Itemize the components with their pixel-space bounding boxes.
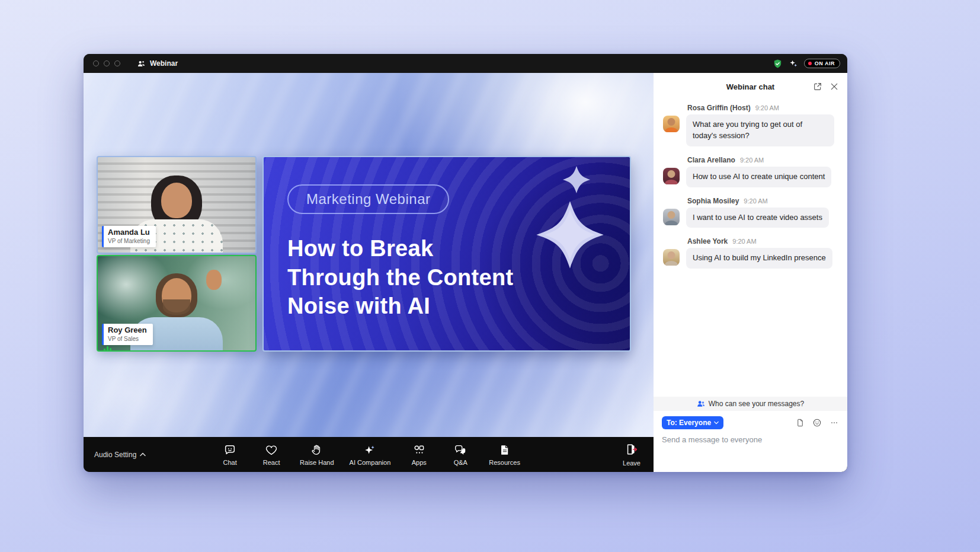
chat-icon xyxy=(223,443,236,457)
audio-setting-label: Audio Setting xyxy=(94,451,136,459)
window-minimize-button[interactable] xyxy=(104,60,110,66)
message-author: Clara Arellano xyxy=(687,156,735,164)
webinar-icon xyxy=(137,59,146,68)
qa-icon xyxy=(454,443,467,457)
privacy-note-label: Who can see your messages? xyxy=(709,400,804,408)
message-time: 9:20 AM xyxy=(744,197,767,205)
chat-message: Clara Arellano 9:20 AM How to use AI to … xyxy=(663,156,838,187)
apps-button[interactable]: Apps xyxy=(406,443,432,466)
chat-header: Webinar chat xyxy=(654,73,847,100)
message-bubble: Using AI to build my LinkedIn presence xyxy=(686,248,832,269)
shared-slide: Marketing Webinar How to Break Through t… xyxy=(262,156,631,352)
chat-message: Rosa Griffin (Host) 9:20 AM What are you… xyxy=(663,104,838,146)
on-air-label: ON AIR xyxy=(815,60,835,66)
chat-message: Ashlee York 9:20 AM Using AI to build my… xyxy=(663,237,838,269)
resources-button-label: Resources xyxy=(489,459,520,466)
more-options-icon[interactable] xyxy=(830,418,839,427)
to-everyone-label: To: Everyone xyxy=(667,419,711,427)
avatar xyxy=(663,209,680,225)
window-controls[interactable] xyxy=(93,60,120,66)
participant-role: VP of Marketing xyxy=(108,238,150,244)
chat-button-label: Chat xyxy=(223,459,236,466)
chevron-down-icon xyxy=(714,421,719,425)
security-shield-icon[interactable] xyxy=(773,59,783,69)
leave-icon xyxy=(625,443,638,457)
audio-setting-button[interactable]: Audio Setting xyxy=(94,451,146,459)
ai-companion-titlebar-icon[interactable] xyxy=(789,59,798,68)
message-privacy-note[interactable]: Who can see your messages? xyxy=(654,397,847,411)
message-time: 9:20 AM xyxy=(740,157,764,164)
chat-message-list[interactable]: Rosa Griffin (Host) 9:20 AM What are you… xyxy=(654,100,847,397)
people-icon xyxy=(697,400,705,407)
avatar xyxy=(663,116,680,132)
webinar-app-window: Webinar ON AIR xyxy=(84,54,847,472)
ai-companion-button[interactable]: AI Companion xyxy=(350,443,391,466)
chat-panel: Webinar chat Rosa Griffin (Host) 9:20 AM xyxy=(654,73,847,472)
qa-button[interactable]: Q&A xyxy=(447,443,473,466)
participant-name: Amanda Lu xyxy=(108,228,150,237)
close-icon[interactable] xyxy=(830,82,839,91)
message-time: 9:20 AM xyxy=(732,238,756,245)
message-author: Ashlee York xyxy=(687,237,728,245)
chevron-up-icon xyxy=(140,452,146,457)
attach-file-icon[interactable] xyxy=(796,418,805,427)
mic-activity-indicator xyxy=(104,346,111,351)
resources-button[interactable]: Resources xyxy=(489,443,520,466)
slide-badge: Marketing Webinar xyxy=(287,184,449,214)
message-bubble: How to use AI to create unique content xyxy=(686,167,831,187)
participant-name: Roy Green xyxy=(108,326,147,335)
message-author: Rosa Griffin (Host) xyxy=(687,104,751,112)
ai-companion-button-label: AI Companion xyxy=(350,459,391,466)
name-tag-amanda: Amanda Lu VP of Marketing xyxy=(102,226,156,247)
message-bubble: I want to use AI to create video assets xyxy=(686,208,829,228)
on-air-badge: ON AIR xyxy=(804,59,840,68)
chat-button[interactable]: Chat xyxy=(217,443,243,466)
popout-icon[interactable] xyxy=(813,82,822,91)
leave-button[interactable]: Leave xyxy=(623,443,640,467)
decorative-star-icon xyxy=(562,165,591,194)
message-bubble: What are you trying to get out of today'… xyxy=(686,114,834,146)
participant-role: VP of Sales xyxy=(108,336,147,342)
chat-message-input[interactable] xyxy=(662,435,839,444)
avatar xyxy=(663,249,680,266)
app-title: Webinar xyxy=(137,59,178,68)
to-everyone-selector[interactable]: To: Everyone xyxy=(662,416,723,429)
heart-icon xyxy=(265,443,278,457)
titlebar: Webinar ON AIR xyxy=(84,54,847,73)
raise-hand-button[interactable]: Raise Hand xyxy=(300,443,334,466)
react-button[interactable]: React xyxy=(258,443,284,466)
meeting-toolbar: Audio Setting Chat React xyxy=(84,437,654,472)
webinar-stage: Amanda Lu VP of Marketing Roy Green VP o… xyxy=(84,73,654,437)
window-close-button[interactable] xyxy=(93,60,99,66)
message-author: Sophia Mosiley xyxy=(687,197,739,205)
apps-icon xyxy=(412,443,425,457)
chat-composer: To: Everyone xyxy=(654,411,847,472)
apps-button-label: Apps xyxy=(412,459,427,466)
message-time: 9:20 AM xyxy=(755,104,779,111)
raise-hand-button-label: Raise Hand xyxy=(300,459,334,466)
on-air-dot xyxy=(808,62,812,65)
window-zoom-button[interactable] xyxy=(114,60,120,66)
emoji-icon[interactable] xyxy=(812,418,822,427)
app-title-label: Webinar xyxy=(150,59,178,68)
chat-message: Sophia Mosiley 9:20 AM I want to use AI … xyxy=(663,197,838,228)
video-tile-amanda[interactable]: Amanda Lu VP of Marketing xyxy=(97,156,257,254)
name-tag-roy: Roy Green VP of Sales xyxy=(102,324,153,345)
raise-hand-icon xyxy=(310,443,324,457)
resources-icon xyxy=(498,443,511,457)
ai-companion-icon xyxy=(363,443,376,457)
video-tile-roy[interactable]: Roy Green VP of Sales xyxy=(97,255,257,352)
leave-button-label: Leave xyxy=(623,460,640,467)
qa-button-label: Q&A xyxy=(454,459,467,466)
react-button-label: React xyxy=(263,459,280,466)
decorative-star-icon xyxy=(535,200,605,270)
avatar xyxy=(663,168,680,184)
